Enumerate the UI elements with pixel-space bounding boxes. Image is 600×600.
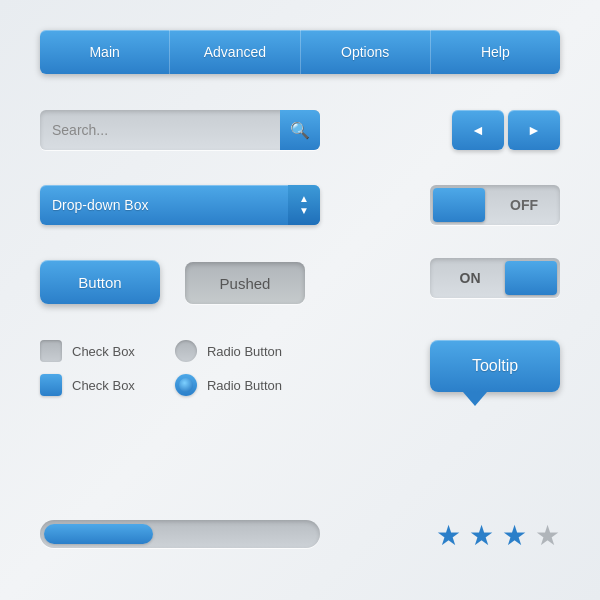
pushed-button[interactable]: Pushed [185,262,305,304]
search-button[interactable]: 🔍 [280,110,320,150]
controls-row-1: Check Box Radio Button [40,340,320,362]
checkbox-unchecked-label: Check Box [72,344,135,359]
toggle-knob-off [433,188,485,222]
checkbox-filled-icon [40,374,62,396]
dropdown-label: Drop-down Box [40,197,288,213]
radio-unchecked-label: Radio Button [207,344,282,359]
nav-item-options[interactable]: Options [301,30,431,74]
arrow-right-icon: ► [527,122,541,138]
checkbox-checked[interactable]: Check Box [40,374,135,396]
progress-bar[interactable] [40,520,320,548]
tooltip-container: Tooltip [430,340,560,406]
toggle-on-label: ON [430,270,502,286]
nav-arrows: ◄ ► [452,110,560,150]
radio-empty-icon [175,340,197,362]
star-2[interactable]: ★ [469,519,494,552]
toggle-off[interactable]: OFF [430,185,560,225]
toggle-on[interactable]: ON [430,258,560,298]
star-1[interactable]: ★ [436,519,461,552]
radio-checked-label: Radio Button [207,378,282,393]
blue-button[interactable]: Button [40,260,160,304]
controls-row-2: Check Box Radio Button [40,374,320,396]
nav-item-help[interactable]: Help [431,30,560,74]
search-bar: Search... 🔍 [40,110,320,150]
checkbox-checked-label: Check Box [72,378,135,393]
radio-unchecked[interactable]: Radio Button [175,340,282,362]
star-3[interactable]: ★ [502,519,527,552]
search-icon: 🔍 [290,121,310,140]
tooltip-arrow-icon [463,392,487,406]
progress-fill [44,524,153,544]
nav-item-advanced[interactable]: Advanced [170,30,300,74]
nav-item-main[interactable]: Main [40,30,170,74]
checkbox-unchecked[interactable]: Check Box [40,340,135,362]
radio-filled-icon [175,374,197,396]
arrow-right-button[interactable]: ► [508,110,560,150]
dropdown[interactable]: Drop-down Box ▲ ▼ [40,185,320,225]
star-4[interactable]: ★ [535,519,560,552]
arrow-left-button[interactable]: ◄ [452,110,504,150]
checkbox-empty-icon [40,340,62,362]
toggle-knob-on [505,261,557,295]
stars-rating[interactable]: ★ ★ ★ ★ [436,519,560,552]
radio-checked[interactable]: Radio Button [175,374,282,396]
tooltip-bubble: Tooltip [430,340,560,392]
arrow-left-icon: ◄ [471,122,485,138]
search-input[interactable]: Search... [40,122,280,138]
toggle-off-label: OFF [488,197,560,213]
dropdown-arrows-icon: ▲ ▼ [288,185,320,225]
controls-section: Check Box Radio Button Check Box Radio B… [40,340,320,408]
nav-bar: Main Advanced Options Help [40,30,560,74]
